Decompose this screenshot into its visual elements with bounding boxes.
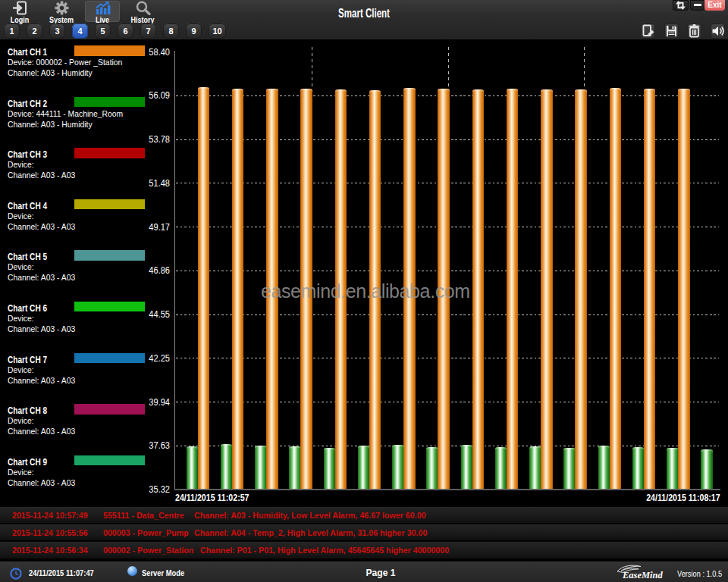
svg-text:EaseMind: EaseMind bbox=[622, 570, 664, 580]
